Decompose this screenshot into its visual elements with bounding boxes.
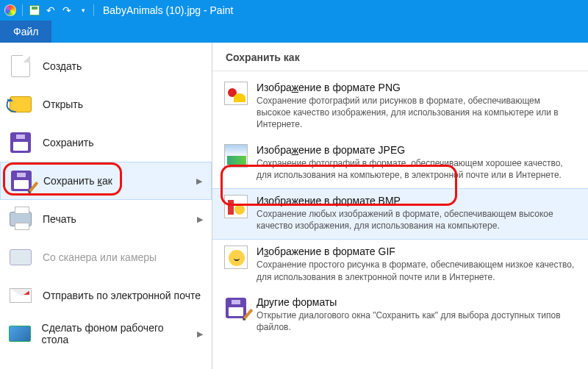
format-bmp-title: Изображение в формате BMP <box>257 195 576 207</box>
format-gif[interactable]: Изображение в формате GIF Сохранение про… <box>212 240 588 290</box>
menu-print[interactable]: Печать ▶ <box>0 200 212 238</box>
qat-redo-button[interactable]: ↷ <box>60 3 74 18</box>
format-png-desc: Сохранение фотографий или рисунков в фор… <box>257 95 576 131</box>
format-gif-desc: Сохранение простого рисунка в формате, о… <box>257 259 576 282</box>
save-as-icon <box>224 296 248 320</box>
format-gif-title: Изображение в формате GIF <box>257 246 576 257</box>
app-icon[interactable] <box>3 3 18 18</box>
menu-scanner-label: Со сканера или камеры <box>43 251 157 263</box>
save-floppy-icon <box>9 131 32 154</box>
gif-thumbnail-icon <box>224 246 248 269</box>
png-thumbnail-icon <box>224 82 248 105</box>
submenu-arrow-icon: ▶ <box>197 329 203 339</box>
save-as-panel: Сохранить как Изображение в формате PNG … <box>212 43 588 369</box>
quick-access-toolbar: ↶ ↷ ▾ <box>3 3 90 18</box>
window-title: BabyAnimals (10).jpg - Paint <box>103 4 233 16</box>
format-png-title: Изображение в формате PNG <box>257 82 576 93</box>
menu-set-wallpaper[interactable]: Сделать фоном рабочего стола ▶ <box>0 315 212 353</box>
submenu-arrow-icon: ▶ <box>196 176 202 186</box>
format-bmp[interactable]: Изображение в формате BMP Сохранение люб… <box>212 188 588 240</box>
file-backstage: Создать Открыть Сохранить Сохранить как … <box>0 43 588 369</box>
new-file-icon <box>9 54 32 78</box>
save-as-icon <box>10 169 33 193</box>
menu-wallpaper-label: Сделать фоном рабочего стола <box>42 322 187 345</box>
format-jpeg[interactable]: Изображение в формате JPEG Сохранение фо… <box>212 138 588 188</box>
ribbon-tab-bar: Файл <box>0 21 588 43</box>
menu-from-scanner: Со сканера или камеры <box>0 238 212 276</box>
scanner-icon <box>9 246 32 269</box>
format-jpeg-title: Изображение в формате JPEG <box>257 144 576 156</box>
menu-send-email[interactable]: Отправить по электронной почте <box>0 276 212 315</box>
menu-email-label: Отправить по электронной почте <box>43 290 201 301</box>
format-other[interactable]: Другие форматы Открытие диалогового окна… <box>212 290 588 340</box>
menu-save[interactable]: Сохранить <box>0 123 212 162</box>
format-bmp-desc: Сохранение любых изображений в формате, … <box>257 208 576 232</box>
menu-open-label: Открыть <box>43 98 83 110</box>
menu-save-as[interactable]: Сохранить как ▶ <box>0 162 212 200</box>
bmp-thumbnail-icon <box>224 195 248 218</box>
title-bar: ↶ ↷ ▾ BabyAnimals (10).jpg - Paint <box>0 0 588 21</box>
printer-icon <box>9 207 32 231</box>
tab-file[interactable]: Файл <box>0 21 51 43</box>
envelope-icon <box>9 284 32 307</box>
format-other-desc: Открытие диалогового окна "Сохранить как… <box>257 309 576 333</box>
submenu-arrow-icon: ▶ <box>197 215 203 224</box>
format-other-title: Другие форматы <box>257 296 576 308</box>
save-as-heading: Сохранить как <box>212 47 588 71</box>
qat-customize-button[interactable]: ▾ <box>76 3 90 18</box>
menu-save-as-label: Сохранить как <box>43 175 112 187</box>
desktop-wallpaper-icon <box>9 322 32 345</box>
qat-save-button[interactable] <box>27 3 42 18</box>
format-jpeg-desc: Сохранение фотографий в формате, обеспеч… <box>257 157 576 181</box>
menu-open[interactable]: Открыть <box>0 85 212 123</box>
menu-save-label: Сохранить <box>43 137 94 148</box>
menu-create[interactable]: Создать <box>0 47 212 85</box>
qat-undo-button[interactable]: ↶ <box>43 3 58 18</box>
jpeg-thumbnail-icon <box>224 144 248 168</box>
backstage-menu: Создать Открыть Сохранить Сохранить как … <box>0 43 212 369</box>
format-png[interactable]: Изображение в формате PNG Сохранение фот… <box>212 76 588 138</box>
open-folder-icon <box>9 93 32 116</box>
menu-create-label: Создать <box>43 60 82 72</box>
menu-print-label: Печать <box>43 213 76 225</box>
